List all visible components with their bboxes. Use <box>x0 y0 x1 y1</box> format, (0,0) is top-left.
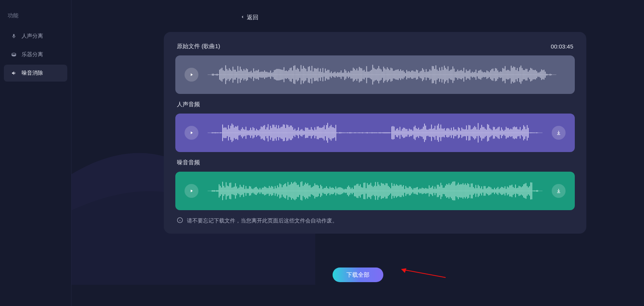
svg-rect-288 <box>219 132 220 133</box>
svg-rect-323 <box>260 129 260 137</box>
svg-rect-127 <box>365 72 366 78</box>
svg-rect-743 <box>422 188 423 194</box>
svg-rect-486 <box>450 130 451 135</box>
svg-rect-535 <box>507 128 508 138</box>
svg-rect-378 <box>324 125 324 140</box>
sidebar-item-label: 噪音消除 <box>22 70 43 77</box>
svg-rect-224 <box>483 72 484 77</box>
svg-rect-138 <box>378 66 379 83</box>
svg-rect-581 <box>233 187 233 195</box>
download-button-vocal[interactable] <box>552 126 566 140</box>
svg-rect-308 <box>242 127 243 139</box>
svg-rect-6 <box>218 74 219 75</box>
svg-rect-86 <box>315 69 316 81</box>
svg-rect-490 <box>454 129 455 136</box>
waveform-original[interactable] <box>208 64 556 85</box>
svg-rect-413 <box>364 132 365 133</box>
svg-rect-189 <box>440 70 441 79</box>
svg-rect-462 <box>422 129 423 137</box>
svg-rect-725 <box>401 185 401 197</box>
svg-rect-331 <box>269 130 270 136</box>
svg-rect-98 <box>330 73 331 77</box>
svg-rect-104 <box>337 72 338 77</box>
svg-rect-231 <box>491 69 492 80</box>
svg-rect-654 <box>318 186 319 196</box>
svg-rect-424 <box>378 132 378 133</box>
svg-rect-639 <box>300 182 301 200</box>
svg-rect-514 <box>483 127 483 139</box>
svg-rect-840 <box>535 191 536 191</box>
svg-rect-564 <box>213 190 214 192</box>
download-all-button[interactable]: 下载全部 <box>333 268 383 282</box>
svg-rect-642 <box>304 185 305 197</box>
svg-rect-345 <box>285 128 286 138</box>
svg-rect-726 <box>402 187 403 196</box>
svg-rect-745 <box>424 189 425 193</box>
svg-rect-411 <box>362 132 363 133</box>
svg-rect-492 <box>457 131 458 135</box>
svg-rect-294 <box>226 127 226 138</box>
play-button-vocal[interactable] <box>185 126 198 140</box>
back-button[interactable]: 返回 <box>241 14 258 21</box>
svg-rect-358 <box>300 130 301 136</box>
svg-rect-443 <box>399 127 400 139</box>
svg-rect-354 <box>296 130 296 135</box>
svg-rect-401 <box>351 132 351 133</box>
play-button-noise[interactable] <box>185 184 198 198</box>
sidebar-item-instrument-separation[interactable]: 乐器分离 <box>4 46 67 63</box>
svg-rect-143 <box>384 69 385 81</box>
svg-rect-433 <box>388 132 389 134</box>
svg-rect-125 <box>363 70 363 79</box>
svg-rect-675 <box>343 189 343 194</box>
svg-rect-376 <box>321 128 322 138</box>
svg-rect-170 <box>417 70 418 79</box>
sidebar-item-vocal-separation[interactable]: 人声分离 <box>4 28 67 45</box>
svg-rect-111 <box>346 71 346 79</box>
svg-rect-280 <box>551 74 552 75</box>
svg-rect-658 <box>323 189 323 193</box>
svg-rect-36 <box>255 71 255 78</box>
svg-rect-76 <box>303 66 304 83</box>
svg-rect-242 <box>505 66 506 83</box>
svg-rect-719 <box>394 184 394 198</box>
svg-rect-796 <box>484 186 484 196</box>
svg-rect-608 <box>264 186 265 195</box>
svg-rect-664 <box>329 187 330 195</box>
svg-rect-827 <box>520 186 521 196</box>
play-button-original[interactable] <box>185 68 198 82</box>
svg-rect-645 <box>307 183 308 199</box>
svg-rect-232 <box>493 69 493 81</box>
svg-rect-738 <box>416 187 417 194</box>
svg-rect-707 <box>380 186 381 196</box>
svg-rect-142 <box>383 67 384 82</box>
svg-rect-13 <box>226 69 227 80</box>
svg-rect-234 <box>495 68 496 81</box>
svg-rect-122 <box>359 67 359 82</box>
svg-rect-728 <box>404 189 405 193</box>
svg-rect-812 <box>502 187 503 195</box>
svg-rect-90 <box>320 69 321 81</box>
svg-rect-733 <box>410 187 411 195</box>
svg-rect-713 <box>387 183 388 198</box>
svg-rect-357 <box>299 131 300 135</box>
svg-rect-209 <box>464 73 465 77</box>
waveform-noise[interactable] <box>208 180 542 202</box>
svg-rect-27 <box>243 69 244 80</box>
svg-rect-258 <box>524 70 525 79</box>
svg-rect-459 <box>418 128 419 138</box>
svg-rect-720 <box>395 186 396 196</box>
svg-rect-696 <box>367 183 368 199</box>
svg-rect-824 <box>516 188 517 194</box>
sidebar-item-noise-removal[interactable]: 噪音消除 <box>4 65 67 82</box>
svg-rect-534 <box>506 127 506 139</box>
svg-rect-422 <box>375 132 376 133</box>
svg-rect-571 <box>221 187 222 194</box>
download-button-noise[interactable] <box>552 184 566 198</box>
waveform-vocal[interactable] <box>208 122 542 144</box>
svg-rect-176 <box>424 72 425 77</box>
svg-rect-781 <box>466 185 467 197</box>
svg-rect-785 <box>471 184 471 199</box>
svg-rect-181 <box>431 70 431 79</box>
svg-rect-248 <box>512 68 513 82</box>
svg-rect-655 <box>319 188 320 194</box>
